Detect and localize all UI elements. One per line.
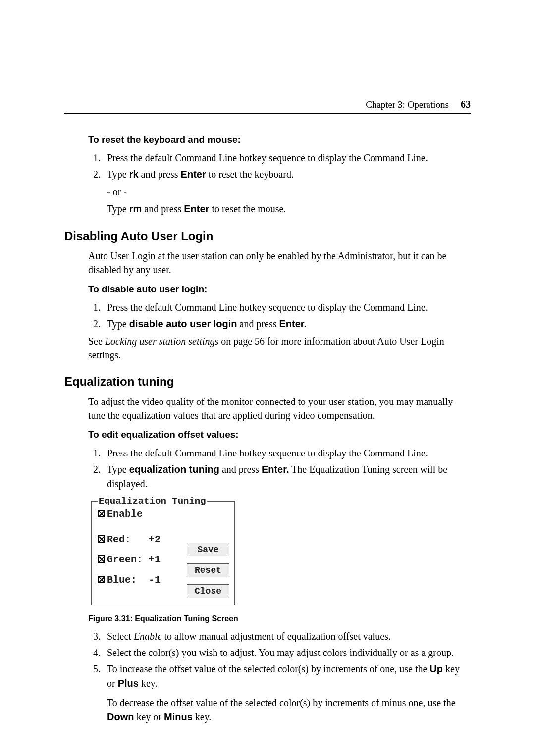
enable-label: Enable bbox=[107, 508, 143, 520]
text-italic: Enable bbox=[134, 631, 162, 642]
save-button[interactable]: Save bbox=[187, 543, 229, 556]
text: To adjust the video quality of the monit… bbox=[88, 395, 469, 422]
text-bold: equalization tuning bbox=[129, 464, 219, 475]
text: to allow manual adjustment of equalizati… bbox=[162, 631, 391, 642]
text: To decrease the offset value of the sele… bbox=[107, 697, 456, 708]
list-item: Type equalization tuning and press Enter… bbox=[103, 462, 469, 491]
text-bold: disable auto user login bbox=[129, 318, 237, 329]
equalization-steps-a: Press the default Command Line hotkey se… bbox=[103, 446, 469, 491]
equalization-intro: To adjust the video quality of the monit… bbox=[88, 395, 469, 422]
equalization-dialog: Equalization Tuning Enable Red: +2 Green… bbox=[91, 501, 235, 605]
equalization-subtitle: To edit equalization offset values: bbox=[88, 429, 471, 440]
enable-checkbox-row[interactable]: Enable bbox=[98, 508, 228, 520]
list-item-cont: Type rm and press Enter to reset the mou… bbox=[107, 202, 469, 216]
text: Type bbox=[107, 203, 129, 214]
red-label: Red: +2 bbox=[107, 534, 160, 545]
text: Select bbox=[107, 631, 134, 642]
list-item: Press the default Command Line hotkey se… bbox=[103, 301, 469, 315]
list-item: Press the default Command Line hotkey se… bbox=[103, 446, 469, 460]
text: Type bbox=[107, 464, 129, 475]
reset-steps: Press the default Command Line hotkey se… bbox=[103, 151, 469, 216]
list-item-cont: To decrease the offset value of the sele… bbox=[107, 696, 469, 724]
text: Type bbox=[107, 169, 129, 180]
equalization-steps-b: Select Enable to allow manual adjustment… bbox=[103, 629, 469, 724]
text: and press bbox=[142, 203, 184, 214]
list-item: Type disable auto user login and press E… bbox=[103, 317, 469, 331]
text: to reset the keyboard. bbox=[206, 169, 294, 180]
text: See bbox=[88, 336, 105, 347]
disable-auto-login-subtitle: To disable auto user login: bbox=[88, 284, 471, 295]
blue-row[interactable]: Blue: -1 bbox=[98, 574, 187, 586]
text-bold: Enter. bbox=[262, 464, 289, 475]
text-bold: Down bbox=[107, 711, 134, 722]
dialog-title: Equalization Tuning bbox=[98, 496, 207, 506]
list-item: To increase the offset value of the sele… bbox=[103, 662, 469, 724]
text: Type bbox=[107, 318, 129, 329]
color-column: Red: +2 Green: +1 Blue: -1 bbox=[98, 525, 187, 595]
list-item: Select Enable to allow manual adjustment… bbox=[103, 629, 469, 644]
text: and press bbox=[219, 464, 262, 475]
text: key. bbox=[139, 678, 158, 689]
text-bold: Enter. bbox=[279, 318, 307, 329]
equalization-heading: Equalization tuning bbox=[64, 375, 471, 389]
close-button[interactable]: Close bbox=[187, 584, 229, 598]
blue-label: Blue: -1 bbox=[107, 574, 160, 586]
or-separator: - or - bbox=[107, 185, 469, 199]
text: To increase the offset value of the sele… bbox=[107, 663, 429, 674]
reset-kb-mouse-title: To reset the keyboard and mouse: bbox=[88, 134, 471, 145]
checkbox-icon bbox=[98, 555, 105, 563]
list-item: Press the default Command Line hotkey se… bbox=[103, 151, 469, 165]
page-number: 63 bbox=[461, 99, 471, 110]
see-note: See Locking user station settings on pag… bbox=[88, 334, 469, 362]
text-italic: Locking user station settings bbox=[105, 336, 218, 347]
button-column: Save Reset Close bbox=[187, 543, 229, 598]
text-bold: Plus bbox=[118, 678, 139, 689]
text-bold: Up bbox=[429, 663, 443, 674]
list-item: Select the color(s) you wish to adjust. … bbox=[103, 646, 469, 660]
red-row[interactable]: Red: +2 bbox=[98, 534, 187, 545]
text-bold: rm bbox=[129, 203, 142, 214]
checkbox-icon bbox=[98, 576, 105, 583]
text-bold: rk bbox=[129, 169, 139, 180]
disable-steps: Press the default Command Line hotkey se… bbox=[103, 301, 469, 331]
figure-caption: Figure 3.31: Equalization Tuning Screen bbox=[88, 614, 471, 623]
list-item: Type rk and press Enter to reset the key… bbox=[103, 167, 469, 216]
text: and press bbox=[139, 169, 181, 180]
text: to reset the mouse. bbox=[209, 203, 286, 214]
disable-auto-login-intro: Auto User Login at the user station can … bbox=[88, 249, 469, 277]
checkbox-icon bbox=[98, 535, 105, 543]
text: key. bbox=[193, 711, 212, 722]
reset-button[interactable]: Reset bbox=[187, 563, 229, 577]
text: Auto User Login at the user station can … bbox=[88, 249, 469, 277]
disable-auto-login-heading: Disabling Auto User Login bbox=[64, 229, 471, 243]
green-row[interactable]: Green: +1 bbox=[98, 554, 187, 565]
text: key or bbox=[134, 711, 164, 722]
green-label: Green: +1 bbox=[107, 554, 160, 565]
text-bold: Minus bbox=[164, 711, 193, 722]
text: and press bbox=[237, 318, 279, 329]
equalization-figure: Equalization Tuning Enable Red: +2 Green… bbox=[91, 501, 471, 605]
checkbox-icon bbox=[98, 510, 105, 517]
page-header: Chapter 3: Operations 63 bbox=[64, 99, 471, 114]
text-bold: Enter bbox=[184, 203, 209, 214]
chapter-label: Chapter 3: Operations bbox=[366, 100, 449, 110]
text-bold: Enter bbox=[181, 169, 206, 180]
